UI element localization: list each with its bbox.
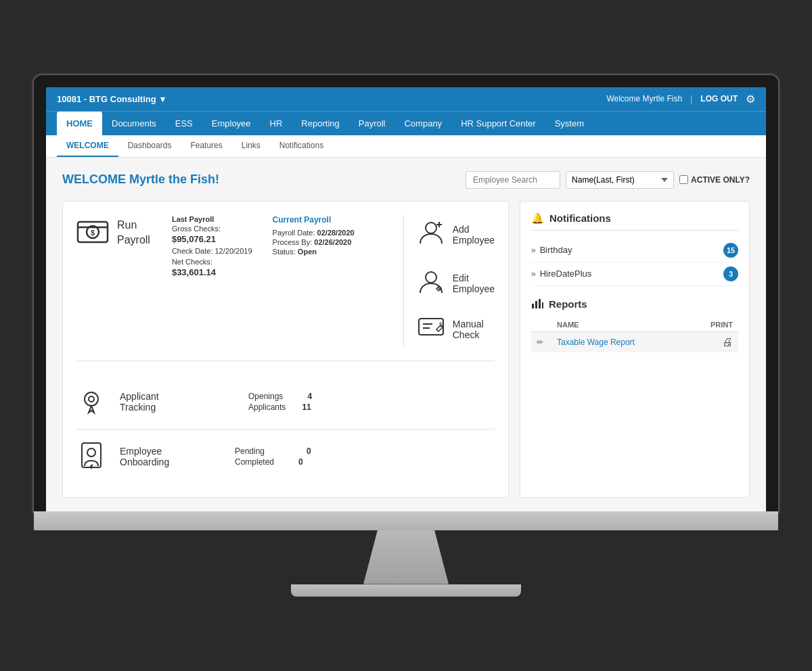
nav-item-company[interactable]: Company — [394, 112, 451, 135]
add-employee-label: Add Employee — [453, 224, 495, 246]
gross-checks-label: Gross Checks: — [172, 225, 252, 233]
sub-nav-features[interactable]: Features — [181, 135, 231, 157]
last-payroll-label: Last Payroll — [172, 215, 252, 223]
pending-row: Pending 0 — [235, 446, 320, 456]
logout-button[interactable]: LOG OUT — [700, 94, 738, 103]
onboarding-section: Employee Onboarding Pending 0 Completed … — [76, 430, 495, 484]
col-print: PRINT — [687, 318, 738, 332]
vertical-divider: | — [690, 94, 692, 103]
payroll-info: Last Payroll Gross Checks: $95,076.21 Ch… — [172, 215, 390, 347]
last-payroll-col: Last Payroll Gross Checks: $95,076.21 Ch… — [172, 215, 252, 347]
main-nav: HOME Documents ESS Employee HR Reporting… — [46, 111, 766, 135]
birthday-badge: 15 — [723, 243, 738, 258]
settings-icon[interactable]: ⚙ — [746, 93, 755, 106]
edit-employee-icon — [418, 269, 445, 298]
right-panel: 🔔 Notifications » Birthday 15 — [520, 201, 750, 498]
active-only-label: ACTIVE ONLY? — [691, 175, 750, 185]
bell-icon: 🔔 — [531, 212, 544, 225]
reports-header: Reports — [531, 297, 738, 311]
birthday-label[interactable]: » Birthday — [531, 245, 572, 255]
net-checks-value: $33,601.14 — [172, 267, 252, 277]
nav-item-ess[interactable]: ESS — [166, 112, 202, 135]
applicants-label: Applicants — [248, 402, 286, 412]
current-payroll-col: Current Payroll Payroll Date: 02/28/2020… — [273, 215, 355, 347]
taxable-wage-report-link[interactable]: Taxable Wage Report — [557, 338, 635, 347]
nav-item-system[interactable]: System — [545, 112, 593, 135]
nav-item-hr-support[interactable]: HR Support Center — [451, 112, 545, 135]
print-icon[interactable]: 🖨 — [693, 336, 733, 348]
reports-table: NAME PRINT ✏ — [531, 318, 738, 352]
applicants-row: Applicants 11 — [248, 402, 321, 412]
table-row: ✏ Taxable Wage Report 🖨 — [531, 331, 738, 352]
notifications-title: Notifications — [549, 212, 611, 224]
sub-nav-dashboards[interactable]: Dashboards — [118, 135, 181, 157]
dashboard-grid: $ RunPayroll — [62, 201, 750, 498]
employee-search-area: Name(Last, First) ACTIVE ONLY? — [466, 171, 750, 189]
chevron-icon: » — [531, 246, 536, 255]
nav-item-home[interactable]: HOME — [57, 112, 102, 135]
pending-label: Pending — [235, 446, 265, 456]
welcome-text: Welcome Myrtle Fish — [606, 94, 682, 103]
add-employee-icon — [418, 219, 445, 251]
svg-rect-19 — [532, 304, 534, 308]
reports-title: Reports — [549, 298, 587, 310]
employee-search-input[interactable] — [466, 171, 560, 189]
add-employee-action[interactable]: Add Employee — [418, 215, 495, 255]
manual-check-action[interactable]: $ Manual Check — [418, 312, 495, 347]
dropdown-arrow-icon[interactable]: ▾ — [160, 94, 165, 104]
svg-point-4 — [426, 223, 436, 233]
completed-row: Completed 0 — [235, 457, 320, 467]
monitor-base-top — [34, 511, 778, 530]
edit-report-icon[interactable]: ✏ — [537, 338, 543, 347]
check-date: Check Date: 12/20/2019 — [172, 247, 252, 255]
hiredateplus-badge: 3 — [723, 267, 738, 281]
nav-item-employee[interactable]: Employee — [202, 112, 261, 135]
active-only-area: ACTIVE ONLY? — [679, 175, 750, 185]
notification-birthday: » Birthday 15 — [531, 239, 738, 262]
payroll-section: $ RunPayroll — [76, 215, 495, 361]
svg-rect-22 — [542, 302, 543, 308]
active-only-checkbox[interactable] — [679, 175, 688, 184]
notification-hiredateplus: » HireDatePlus 3 — [531, 262, 738, 286]
current-payroll-label: Current Payroll — [273, 215, 355, 225]
name-format-select[interactable]: Name(Last, First) — [566, 171, 674, 189]
applicants-value: 11 — [302, 402, 315, 412]
sub-nav-links[interactable]: Links — [232, 135, 270, 157]
svg-point-16 — [87, 448, 95, 457]
top-bar: 10081 - BTG Consulting ▾ Welcome Myrtle … — [46, 87, 766, 111]
run-payroll-label[interactable]: RunPayroll — [117, 218, 150, 248]
company-name: 10081 - BTG Consulting — [57, 94, 156, 104]
chevron-icon-2: » — [531, 269, 536, 279]
pending-value: 0 — [307, 446, 320, 456]
hiredateplus-label[interactable]: » HireDatePlus — [531, 269, 591, 279]
monitor-neck — [359, 530, 453, 584]
nav-item-documents[interactable]: Documents — [102, 112, 166, 135]
onboarding-label[interactable]: Employee Onboarding — [120, 446, 208, 467]
user-info-area: Welcome Myrtle Fish | LOG OUT ⚙ — [606, 93, 755, 106]
run-payroll-icon: $ — [76, 218, 109, 252]
monitor-foot — [291, 584, 521, 597]
applicant-tracking-section: Applicant Tracking Openings 4 Applicants… — [76, 375, 495, 430]
openings-row: Openings 4 — [248, 392, 321, 401]
manual-check-icon: $ — [418, 316, 445, 343]
applicant-tracking-label[interactable]: Applicant Tracking — [120, 391, 208, 413]
reports-section: Reports NAME PRINT — [531, 297, 738, 352]
nav-item-payroll[interactable]: Payroll — [349, 112, 395, 135]
sub-nav-welcome[interactable]: WELCOME — [57, 135, 118, 157]
status: Status: Open — [273, 248, 355, 256]
process-by: Process By: 02/26/2020 — [273, 238, 355, 246]
edit-employee-action[interactable]: Edit Employee — [418, 264, 495, 302]
svg-point-14 — [89, 396, 94, 402]
applicant-tracking-stats: Openings 4 Applicants 11 — [248, 392, 321, 412]
openings-value: 4 — [307, 392, 321, 401]
svg-point-13 — [85, 392, 98, 406]
svg-rect-21 — [539, 299, 541, 308]
completed-label: Completed — [235, 457, 274, 467]
gross-checks-value: $95,076.21 — [172, 234, 252, 244]
sub-nav-notifications[interactable]: Notifications — [270, 135, 333, 157]
nav-item-reporting[interactable]: Reporting — [292, 112, 348, 135]
company-info: 10081 - BTG Consulting ▾ — [57, 94, 165, 104]
left-panel: $ RunPayroll — [62, 201, 509, 498]
completed-value: 0 — [298, 457, 312, 467]
nav-item-hr[interactable]: HR — [261, 112, 292, 135]
